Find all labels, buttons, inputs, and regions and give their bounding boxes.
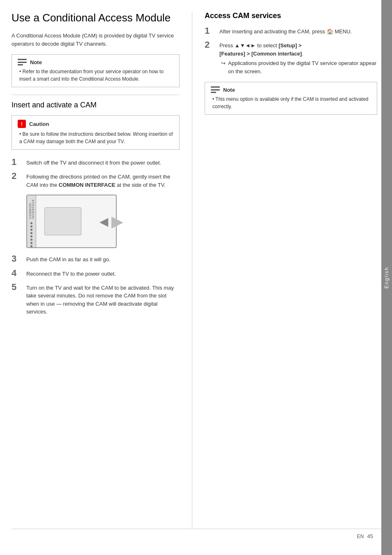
access-step-text-1-part2: MENU.: [334, 28, 352, 35]
cam-dot: [30, 225, 32, 228]
note-box-2: Note This menu option is available only …: [205, 82, 377, 115]
cam-left-bar: COMMON INTERFACE: [27, 195, 36, 247]
access-step-text-1-part1: After inserting and activating the CAM, …: [219, 28, 325, 35]
home-icon: 🏠: [327, 28, 333, 35]
access-step-num-1: 1: [205, 26, 216, 36]
main-title: Use a Conditional Access Module: [12, 12, 180, 24]
step-num-4: 4: [12, 268, 23, 278]
cam-dot: [30, 222, 32, 224]
insert-step-list: 1 Switch off the TV and disconnect it fr…: [12, 157, 180, 189]
page-footer: EN 45: [12, 529, 381, 543]
step-item-2: 2 Following the directions printed on th…: [12, 171, 180, 189]
note-list-2: This menu option is available only if th…: [212, 95, 371, 110]
step-text-4: Reconnect the TV to the power outlet.: [26, 268, 116, 278]
caution-body: Be sure to follow the instructions descr…: [18, 130, 173, 145]
en-label: EN: [357, 534, 364, 539]
page-number: 45: [367, 533, 373, 539]
cam-card: [44, 207, 81, 235]
access-step-num-2: 2: [205, 40, 216, 50]
access-step-text-2: Press ▲▼◄► to select [Setup] > [Features…: [219, 40, 377, 75]
access-step-prefix: Press ▲▼◄► to select: [219, 42, 277, 49]
access-sub-bullet: ↪ Applications provided by the digital T…: [219, 59, 377, 75]
step-item-4: 4 Reconnect the TV to the power outlet.: [12, 268, 180, 278]
note-header-2: Note: [211, 86, 371, 93]
caution-item-1: Be sure to follow the instructions descr…: [19, 130, 173, 145]
cam-dot: [30, 242, 32, 244]
note-icon-line-2a: [211, 86, 220, 88]
note-item-1: Refer to the documentation from your ser…: [19, 68, 173, 83]
step-item-5: 5 Turn on the TV and wait for the CAM to…: [12, 282, 180, 316]
main-content: Use a Conditional Access Module A Condit…: [0, 0, 381, 555]
cam-dot: [30, 229, 32, 231]
section-access-title: Access CAM services: [205, 12, 377, 20]
side-tab-text: English: [384, 267, 390, 288]
note-icon-line: [18, 59, 27, 60]
note-item-2: This menu option is available only if th…: [212, 95, 371, 110]
note-icon-line: [18, 64, 23, 65]
caution-list: Be sure to follow the instructions descr…: [19, 130, 173, 145]
note-icon-line-2b: [211, 89, 220, 91]
note-body-1: Refer to the documentation from your ser…: [18, 68, 173, 83]
cam-label-vert: COMMON INTERFACE: [29, 198, 35, 219]
access-step-item-1: 1 After inserting and activating the CAM…: [205, 26, 377, 36]
cam-dot: [30, 232, 32, 234]
step-item-3: 3 Push the CAM in as far as it will go.: [12, 254, 180, 264]
sub-bullet-text: Applications provided by the digital TV …: [228, 59, 377, 75]
right-column: Access CAM services 1 After inserting an…: [192, 12, 381, 529]
note-box-1: Note Refer to the documentation from you…: [12, 54, 180, 87]
cam-arrow-left-icon: ◀: [99, 215, 108, 228]
access-step-text-1: After inserting and activating the CAM, …: [219, 26, 352, 36]
caution-header: ! Caution: [18, 120, 173, 128]
side-tab: English: [381, 0, 392, 555]
insert-step-list-2: 3 Push the CAM in as far as it will go. …: [12, 254, 180, 316]
bold-common-interface: COMMON INTERFACE: [59, 182, 115, 188]
step-text-2: Following the directions printed on the …: [26, 171, 180, 189]
left-column: Use a Conditional Access Module A Condit…: [12, 12, 192, 529]
note-label-2: Note: [223, 87, 235, 93]
cam-arrow-right-icon: ▶: [111, 212, 123, 230]
cam-diagram: COMMON INTERFACE: [26, 195, 117, 248]
note-body-2: This menu option is available only if th…: [211, 95, 371, 110]
note-icon-line-2c: [211, 92, 216, 93]
cam-dot: [30, 245, 32, 247]
step-text-5: Turn on the TV and wait for the CAM to b…: [26, 282, 180, 316]
note-icon-line: [18, 62, 27, 63]
note-header-1: Note: [18, 59, 173, 65]
note-list-1: Refer to the documentation from your ser…: [19, 68, 173, 83]
note-icon-2: [211, 86, 220, 93]
page: Use a Conditional Access Module A Condit…: [0, 0, 392, 555]
access-step-item-2: 2 Press ▲▼◄► to select [Setup] > [Featur…: [205, 40, 377, 75]
step-text-3: Push the CAM in as far as it will go.: [26, 254, 110, 264]
caution-box: ! Caution Be sure to follow the instruct…: [12, 115, 180, 150]
sub-arrow-icon: ↪: [221, 59, 226, 67]
step-item-1: 1 Switch off the TV and disconnect it fr…: [12, 157, 180, 167]
caution-label: Caution: [29, 121, 49, 127]
section-divider-1: [12, 95, 180, 95]
cam-main-area: ◀ ▶: [36, 195, 116, 247]
note-label-1: Note: [30, 59, 42, 65]
step-num-5: 5: [12, 282, 23, 292]
section-insert-title: Insert and activate a CAM: [12, 101, 180, 109]
cam-dots: [30, 222, 32, 247]
step-text-1: Switch off the TV and disconnect it from…: [26, 157, 161, 167]
intro-text: A Conditional Access Module (CAM) is pro…: [12, 32, 180, 48]
two-columns: Use a Conditional Access Module A Condit…: [12, 12, 381, 529]
cam-dot: [30, 239, 32, 241]
caution-icon: !: [18, 120, 26, 128]
note-icon-1: [18, 59, 27, 65]
step-num-1: 1: [12, 157, 23, 167]
cam-dot: [30, 235, 32, 237]
step-num-2: 2: [12, 171, 23, 181]
step-num-3: 3: [12, 254, 23, 264]
